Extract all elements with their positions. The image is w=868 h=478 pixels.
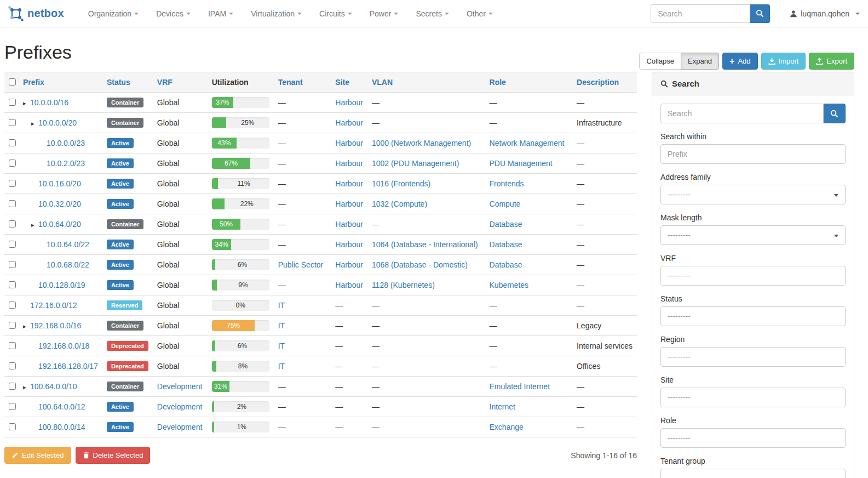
import-button[interactable]: Import (761, 53, 806, 70)
prefix-link[interactable]: 10.0.64.0/22 (47, 240, 89, 249)
brand-logo[interactable]: netbox (8, 6, 64, 21)
prefix-link[interactable]: 172.16.0.0/12 (30, 301, 77, 310)
edit-selected-button[interactable]: Edit Selected (4, 447, 71, 464)
prefix-link[interactable]: 10.0.16.0/20 (38, 179, 81, 188)
user-menu[interactable]: luqman.qohen (790, 9, 860, 18)
vlan-link[interactable]: 1128 (Kubernetes) (372, 281, 435, 289)
site-link[interactable]: Harbour (335, 281, 363, 289)
column-header-link[interactable]: VLAN (372, 78, 393, 87)
column-header-status[interactable]: Status (102, 72, 153, 93)
role-link[interactable]: Network Management (490, 139, 565, 147)
vlan-link[interactable]: 1064 (Database - International) (372, 240, 478, 249)
expand-caret-icon[interactable]: ▸ (31, 120, 38, 127)
export-button[interactable]: Export (809, 53, 854, 70)
tenant-link[interactable]: IT (278, 321, 285, 330)
nav-menu-organization[interactable]: Organization (79, 9, 147, 18)
row-checkbox[interactable] (9, 281, 16, 288)
site-link[interactable]: Harbour (335, 98, 363, 107)
vrf-link[interactable]: Development (157, 423, 203, 431)
column-header-role[interactable]: Role (485, 72, 573, 93)
expand-button[interactable]: Expand (681, 53, 719, 70)
filter-search-button[interactable] (824, 104, 846, 123)
role-link[interactable]: Database (490, 240, 522, 249)
filter-select-address-family[interactable]: --------- (660, 185, 846, 204)
nav-menu-virtualization[interactable]: Virtualization (242, 9, 311, 18)
row-checkbox[interactable] (9, 342, 16, 349)
row-checkbox[interactable] (9, 403, 16, 410)
row-checkbox[interactable] (9, 220, 16, 227)
prefix-link[interactable]: 10.0.0.0/23 (47, 139, 85, 147)
role-link[interactable]: Compute (490, 200, 521, 208)
site-link[interactable]: Harbour (335, 139, 363, 147)
site-link[interactable]: Harbour (335, 179, 363, 188)
nav-menu-power[interactable]: Power (361, 9, 407, 18)
row-checkbox[interactable] (9, 180, 16, 187)
row-checkbox[interactable] (9, 160, 16, 167)
column-header-link[interactable]: Prefix (23, 78, 44, 87)
role-link[interactable]: Exchange (490, 423, 524, 431)
column-header-vrf[interactable]: VRF (153, 72, 208, 93)
site-link[interactable]: Harbour (335, 200, 363, 208)
role-link[interactable]: Database (490, 220, 522, 229)
column-header-link[interactable]: Tenant (278, 78, 303, 87)
row-checkbox[interactable] (9, 322, 16, 329)
prefix-link[interactable]: 10.0.128.0/19 (38, 281, 85, 289)
role-link[interactable]: Emulated Internet (490, 382, 550, 391)
filter-input-search-within[interactable] (660, 144, 846, 164)
filter-select-role[interactable]: --------- (660, 428, 846, 448)
row-checkbox[interactable] (9, 383, 16, 390)
filter-select-vrf[interactable]: --------- (660, 266, 846, 286)
row-checkbox[interactable] (9, 301, 16, 309)
global-search-button[interactable] (750, 4, 770, 23)
collapse-button[interactable]: Collapse (639, 53, 681, 70)
column-header-link[interactable]: Site (335, 78, 349, 87)
expand-caret-icon[interactable]: ▸ (23, 384, 30, 391)
site-link[interactable]: Harbour (335, 240, 363, 249)
nav-menu-ipam[interactable]: IPAM (199, 9, 242, 18)
nav-menu-secrets[interactable]: Secrets (407, 9, 457, 18)
row-checkbox[interactable] (9, 261, 16, 268)
prefix-link[interactable]: 192.168.128.0/17 (38, 362, 98, 371)
site-link[interactable]: Harbour (335, 118, 363, 127)
row-checkbox[interactable] (9, 99, 16, 106)
delete-selected-button[interactable]: Delete Selected (76, 447, 151, 464)
nav-menu-devices[interactable]: Devices (147, 9, 199, 18)
prefix-link[interactable]: 192.168.0.0/16 (30, 321, 81, 330)
column-header-site[interactable]: Site (331, 72, 367, 93)
site-link[interactable]: Harbour (335, 159, 363, 168)
filter-search-input[interactable] (660, 104, 824, 123)
column-header-description[interactable]: Description (572, 72, 637, 93)
vlan-link[interactable]: 1032 (Compute) (372, 200, 427, 208)
prefix-link[interactable]: 10.0.68.0/22 (47, 260, 89, 269)
filter-select-mask-length[interactable]: --------- (660, 225, 846, 245)
filter-select-status[interactable]: --------- (660, 306, 846, 326)
filter-select-tenant-group[interactable]: --------- (660, 469, 846, 478)
role-link[interactable]: Database (490, 260, 522, 269)
prefix-link[interactable]: 10.0.0.0/20 (38, 118, 77, 127)
row-checkbox[interactable] (9, 423, 16, 430)
column-header-prefix[interactable]: Prefix (19, 72, 102, 93)
vrf-link[interactable]: Development (157, 402, 203, 411)
prefix-link[interactable]: 100.64.0.0/12 (38, 402, 85, 411)
prefix-link[interactable]: 10.0.0.0/16 (30, 98, 68, 107)
vlan-link[interactable]: 1002 (PDU Management) (372, 159, 459, 168)
vlan-link[interactable]: 1016 (Frontends) (372, 179, 430, 188)
row-checkbox[interactable] (9, 362, 16, 369)
role-link[interactable]: PDU Management (490, 159, 553, 168)
tenant-link[interactable]: IT (278, 362, 285, 371)
vrf-link[interactable]: Development (157, 382, 203, 391)
row-checkbox[interactable] (9, 139, 16, 146)
column-header-link[interactable]: Description (577, 78, 619, 87)
vlan-link[interactable]: 1068 (Database - Domestic) (372, 260, 468, 269)
column-header-tenant[interactable]: Tenant (274, 72, 331, 93)
column-header-link[interactable]: Role (490, 78, 506, 87)
row-checkbox[interactable] (9, 241, 16, 248)
prefix-link[interactable]: 100.64.0.0/10 (30, 382, 77, 391)
nav-menu-other[interactable]: Other (458, 9, 502, 18)
prefix-link[interactable]: 10.0.32.0/20 (38, 200, 81, 208)
vlan-link[interactable]: 1000 (Network Management) (372, 139, 471, 147)
select-all-checkbox[interactable] (9, 78, 16, 86)
expand-caret-icon[interactable]: ▸ (31, 221, 38, 229)
row-checkbox[interactable] (9, 200, 16, 207)
global-search-input[interactable] (651, 4, 750, 23)
